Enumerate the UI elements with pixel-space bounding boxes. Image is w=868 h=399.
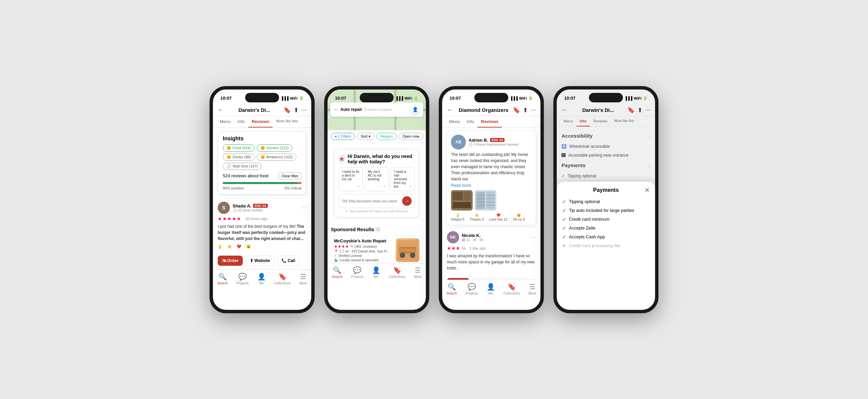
read-more-link[interactable]: Read more bbox=[451, 183, 471, 188]
tab-more-like-this-1[interactable]: More like this bbox=[273, 116, 301, 127]
back-button-3[interactable]: ← bbox=[447, 106, 453, 114]
sort-chevron-icon: ▾ bbox=[369, 134, 371, 139]
ai-option-1[interactable]: I need to fix a dent in my car → bbox=[339, 167, 363, 191]
call-button[interactable]: 📞 Call bbox=[277, 256, 299, 266]
bookmark-icon-1[interactable]: 🔖 bbox=[283, 106, 291, 114]
more-icon-4[interactable]: ··· bbox=[645, 106, 650, 114]
bookmark-icon-4[interactable]: 🔖 bbox=[627, 106, 635, 114]
back-button-4[interactable]: ← bbox=[561, 106, 568, 114]
overlay-close-button[interactable]: ✕ bbox=[645, 186, 650, 194]
tab-menu-4[interactable]: Menu bbox=[560, 116, 576, 126]
map-search-bar[interactable]: ← Auto repair Current Location 👤 bbox=[330, 102, 423, 117]
share-icon-3[interactable]: ⬆ bbox=[523, 106, 528, 114]
website-button[interactable]: ⬆ Website bbox=[245, 256, 274, 266]
bottom-search-2[interactable]: 🔍 Search bbox=[332, 266, 343, 279]
reaction-love[interactable]: ❤️ bbox=[237, 244, 241, 249]
bottom-search-3[interactable]: 🔍 Search bbox=[447, 283, 457, 295]
ohno-icon: 😮 bbox=[517, 213, 521, 217]
filter-sort-label: Sort bbox=[361, 134, 368, 138]
ohno-reaction[interactable]: 😮 Oh no 0 bbox=[513, 213, 525, 221]
ai-option-2[interactable]: My car's AC is not working → bbox=[365, 167, 389, 191]
tag-service[interactable]: 😊 Service (215) bbox=[257, 144, 292, 152]
accessibility-section[interactable]: Accessibility › bbox=[561, 130, 650, 142]
tab-info-4[interactable]: Info bbox=[576, 116, 590, 126]
reaction-helpful[interactable]: 💡 bbox=[218, 244, 222, 249]
bottom-projects-3[interactable]: 💬 Projects bbox=[466, 283, 478, 295]
more-nav-icon: ☰ bbox=[300, 273, 306, 281]
ai-input-field[interactable] bbox=[342, 199, 400, 203]
elite-badge-1: Elite '24 bbox=[253, 204, 268, 208]
tag-drinks[interactable]: 😐 Drinks (98) bbox=[223, 154, 255, 161]
ai-send-button[interactable]: → bbox=[402, 196, 412, 206]
bottom-more-2[interactable]: ☰ More bbox=[414, 266, 422, 279]
payments-section[interactable]: Payments › bbox=[561, 160, 650, 172]
clear-filter-button[interactable]: Clear filter bbox=[278, 173, 301, 179]
tag-food[interactable]: 😊 Food (524) bbox=[223, 144, 255, 152]
tab-reviews-4[interactable]: Reviews bbox=[590, 116, 611, 126]
tab-menu-1[interactable]: Menu bbox=[216, 116, 234, 127]
review-time-1: 20 hours ago bbox=[245, 217, 267, 221]
tab-info-1[interactable]: Info bbox=[234, 116, 249, 127]
svg-point-12 bbox=[410, 253, 415, 258]
bookmark-icon-3[interactable]: 🔖 bbox=[513, 106, 520, 114]
bottom-projects-2[interactable]: 💬 Projects bbox=[351, 266, 363, 279]
back-button-1[interactable]: ← bbox=[218, 106, 224, 114]
tab-info-3[interactable]: Info bbox=[463, 116, 478, 127]
overlay-title: Payments bbox=[562, 187, 650, 193]
projects-nav-label-2: Projects bbox=[351, 275, 363, 279]
bottom-me-2[interactable]: 👤 Me bbox=[372, 266, 380, 279]
share-icon-1[interactable]: ⬆ bbox=[294, 106, 299, 114]
reviewer-sub-3b: 🖼 12 · 34 · 56 bbox=[462, 238, 528, 242]
tab-reviews-1[interactable]: Reviews bbox=[248, 116, 273, 127]
review-more-icon-3b[interactable]: ··· bbox=[531, 234, 536, 241]
ai-input-row[interactable]: → bbox=[339, 194, 415, 208]
bottom-collections-1[interactable]: 🔖 Collections bbox=[274, 273, 291, 285]
bottom-me-1[interactable]: 👤 Me bbox=[257, 273, 266, 285]
check-tipping: ✓ bbox=[561, 174, 565, 178]
tab-more-like-this-4[interactable]: More like this bbox=[611, 116, 637, 126]
ai-option-3[interactable]: I need a nail removed from my tire → bbox=[391, 167, 415, 191]
ai-note: ✦ Yelp Assistant will match you with loc… bbox=[339, 210, 415, 213]
nav-title-1: Darwin's Di... bbox=[228, 107, 281, 113]
locally-owned-icon: 🏪 bbox=[334, 258, 338, 262]
verified-text: Verified License bbox=[338, 254, 362, 258]
filter-chip-open-now[interactable]: Open now bbox=[399, 133, 423, 140]
more-icon-1[interactable]: ··· bbox=[301, 106, 307, 114]
bottom-projects-1[interactable]: 💬 Projects bbox=[236, 273, 249, 285]
bottom-collections-3[interactable]: 🔖 Collections bbox=[504, 283, 520, 295]
love-reaction[interactable]: ❤️ Love this 12 bbox=[489, 213, 508, 221]
bottom-more-1[interactable]: ☰ More bbox=[299, 273, 307, 285]
filter-chip-repairs[interactable]: Repairs bbox=[376, 133, 397, 140]
clock-icon-3: 🕐 bbox=[469, 143, 473, 146]
battery-icon-4: 🔋 bbox=[643, 96, 648, 100]
bottom-me-3[interactable]: 👤 Me bbox=[487, 283, 495, 295]
dynamic-island-1 bbox=[245, 93, 279, 102]
reaction-ohno[interactable]: 😮 bbox=[246, 244, 251, 249]
projects-nav-label-3: Projects bbox=[466, 292, 478, 295]
review-more-icon[interactable]: ··· bbox=[301, 204, 307, 211]
reviewer-info-3b: Nicole K. 🖼 12 · 34 · 56 bbox=[462, 233, 528, 242]
projects-nav-label: Projects bbox=[236, 281, 249, 285]
tab-reviews-3[interactable]: Reviews bbox=[477, 116, 502, 127]
reaction-thanks[interactable]: 👋 bbox=[227, 244, 232, 249]
search-back-icon[interactable]: ← bbox=[334, 107, 338, 112]
share-icon-4[interactable]: ⬆ bbox=[637, 106, 643, 114]
tag-wait-time[interactable]: 🕐 Wait time (167) bbox=[223, 163, 261, 170]
status-time-3: 10:07 bbox=[450, 96, 461, 101]
thanks-reaction[interactable]: 👋 Thanks 3 bbox=[470, 213, 484, 221]
filter-chip-sort[interactable]: Sort ▾ bbox=[357, 133, 374, 140]
helpful-reaction[interactable]: 💡 Helpful 5 bbox=[451, 213, 464, 221]
x-icon-6: ✕ bbox=[562, 243, 566, 248]
collections-nav-label-2: Collections bbox=[389, 275, 406, 279]
filter-chip-filters[interactable]: ● 1 Filters bbox=[331, 133, 355, 140]
tag-ambience[interactable]: 😐 Ambience (102) bbox=[257, 154, 297, 161]
bottom-more-3[interactable]: ☰ More bbox=[529, 283, 536, 295]
more-icon-3[interactable]: ··· bbox=[531, 106, 536, 114]
bottom-search-1[interactable]: 🔍 Search bbox=[217, 273, 228, 285]
verified-detail: ✓ Verified License bbox=[334, 254, 393, 258]
user-location-icon[interactable]: 👤 bbox=[410, 105, 420, 114]
tab-menu-3[interactable]: Menu bbox=[446, 116, 463, 127]
search-nav-label-2: Search bbox=[332, 275, 343, 279]
bottom-collections-2[interactable]: 🔖 Collections bbox=[389, 266, 406, 279]
order-button[interactable]: 🛍 Order bbox=[218, 256, 243, 266]
